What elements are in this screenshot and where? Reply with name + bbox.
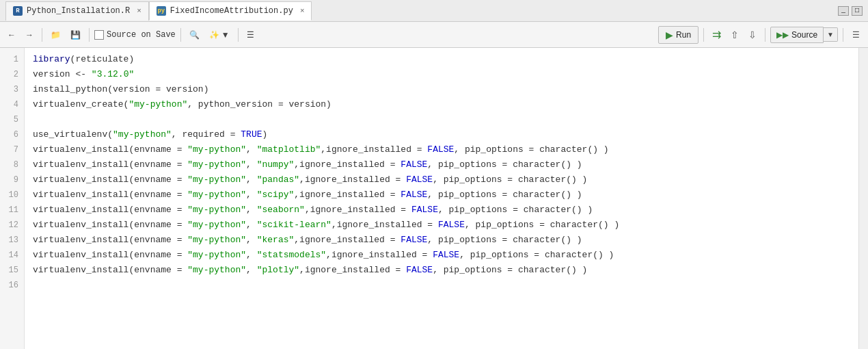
source-on-save-label[interactable]: Source on Save [94,30,176,40]
run-label: Run [676,30,691,40]
dropdown-arrow: ▼ [221,30,230,40]
back-button[interactable]: ← [4,28,19,42]
save-icon: 💾 [70,30,81,40]
code-line-7: virtualenv_install(envname = "my-python"… [33,142,850,157]
source-label: Source [791,30,817,40]
code-line-2: version <- "3.12.0" [33,67,850,82]
code-line-14: virtualenv_install(envname = "my-python"… [33,248,850,263]
code-line-1: library(reticulate) [33,52,850,67]
up-icon: ⇧ [731,29,739,40]
forward-button[interactable]: → [22,28,37,42]
r-file-icon: R [13,6,23,16]
line-numbers: 12345678910111213141516 [0,48,25,349]
options-icon: ☰ [852,30,860,40]
scrollbar[interactable] [858,48,868,349]
re-run-button[interactable]: ⇉ [709,26,724,43]
tab1-label: Python_Installation.R [27,6,130,16]
separator6 [765,28,765,42]
source-on-save-checkbox[interactable] [94,30,104,40]
code-line-3: install_python(version = version) [33,82,850,97]
code-line-9: virtualenv_install(envname = "my-python"… [33,172,850,188]
code-line-13: virtualenv_install(envname = "my-python"… [33,233,850,248]
window-controls: _ □ [838,6,863,16]
forward-icon: → [25,30,33,40]
toolbar: ← → 📁 💾 Source on Save 🔍 ✨ ▼ ☰ ▶ Run ⇉ ⇧… [0,22,868,48]
tab2-label: FixedIncomeAttribution.py [170,6,293,16]
tab-fixed-income[interactable]: py FixedIncomeAttribution.py × [149,1,312,21]
source-button[interactable]: ▶▶ Source [770,27,824,43]
minimize-btn[interactable]: _ [838,6,849,16]
code-editor: 12345678910111213141516 library(reticula… [0,48,868,349]
separator2 [89,28,90,42]
open-button[interactable]: 📁 [47,28,64,42]
code-line-16 [33,278,850,293]
separator5 [703,28,704,42]
re-run-icon: ⇉ [712,28,721,41]
code-line-11: virtualenv_install(envname = "my-python"… [33,203,850,218]
code-tools-button[interactable]: ☰ [243,28,258,42]
save-button[interactable]: 💾 [67,28,84,42]
search-button[interactable]: 🔍 [186,28,203,42]
separator7 [843,28,843,42]
code-line-12: virtualenv_install(envname = "my-python"… [33,218,850,233]
up-button[interactable]: ⇧ [727,27,742,42]
tab1-close[interactable]: × [137,7,141,15]
code-line-8: virtualenv_install(envname = "my-python"… [33,157,850,172]
tab2-close[interactable]: × [300,7,305,15]
separator1 [42,28,42,42]
options-button[interactable]: ☰ [848,27,864,42]
maximize-btn[interactable]: □ [852,6,863,16]
open-icon: 📁 [51,30,61,40]
separator3 [180,28,181,42]
code-line-4: virtualenv_create("my-python", python_ve… [33,97,850,112]
source-arrow-icon: ▶▶ [776,30,789,40]
source-dropdown-button[interactable]: ▼ [824,27,838,42]
magic-wand-button[interactable]: ✨ ▼ [206,28,233,42]
py-file-icon: py [157,6,166,16]
back-icon: ← [8,30,16,40]
down-icon: ⇩ [748,29,757,40]
code-line-5 [33,112,850,127]
code-line-15: virtualenv_install(envname = "my-python"… [33,263,850,278]
code-tools-icon: ☰ [247,30,254,40]
code-line-10: virtualenv_install(envname = "my-python"… [33,188,850,203]
magic-wand-icon: ✨ [209,30,219,40]
source-on-save-text: Source on Save [107,30,176,40]
separator4 [238,28,239,42]
run-button[interactable]: ▶ Run [658,26,699,44]
run-arrow-icon: ▶ [666,29,673,40]
code-area[interactable]: library(reticulate)version <- "3.12.0"in… [25,48,858,349]
search-icon: 🔍 [189,30,200,40]
down-button[interactable]: ⇩ [745,27,760,42]
code-line-6: use_virtualenv("my-python", required = T… [33,127,850,142]
dropdown-chevron-icon: ▼ [827,31,834,38]
tab-python-installation[interactable]: R Python_Installation.R × [5,1,149,21]
title-bar: R Python_Installation.R × py FixedIncome… [0,0,868,22]
